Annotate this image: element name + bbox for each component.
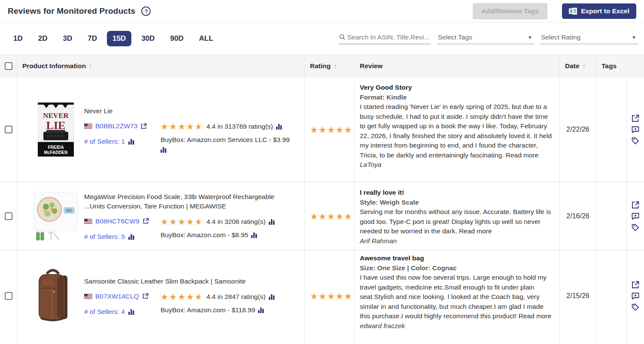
svg-text:NEVER: NEVER [43, 112, 69, 120]
tag-icon[interactable] [631, 136, 640, 145]
chevron-down-icon: ▼ [632, 35, 636, 40]
product-image-scale[interactable]: 085 [32, 191, 80, 241]
ai-comment-icon[interactable] [631, 291, 640, 301]
product-title: MegaWise Precision Food Scale, 33lb Wate… [84, 192, 283, 211]
bar-chart-icon[interactable] [251, 232, 258, 238]
select-rating-dropdown[interactable]: Select Rating ▼ [540, 32, 638, 44]
product-star-rating: ★★★★★☆ [161, 122, 204, 131]
rating-count-text: 4.4 in 3206 rating(s) [207, 218, 266, 226]
open-external-icon[interactable] [631, 280, 640, 290]
column-header-tags[interactable]: Tags [596, 55, 627, 77]
review-title: Very Good Story [360, 83, 553, 93]
bar-chart-icon[interactable] [161, 147, 167, 153]
tab-7d[interactable]: 7D [82, 31, 103, 46]
product-info-cell: Samsonite Classic Leather Slim Backpack … [17, 248, 305, 344]
column-header-rating-label: Rating [310, 62, 331, 70]
ai-comment-icon[interactable] [631, 211, 640, 221]
row-checkbox[interactable] [5, 126, 12, 133]
product-info-cell: NEVER LIE FREIDA McFADDEN Never Lie [17, 77, 305, 182]
product-image-backpack[interactable] [32, 266, 80, 326]
rating-count-text: 4.4 in 313769 rating(s) [207, 123, 273, 130]
export-to-excel-button[interactable]: X Export to Excel [562, 3, 636, 19]
row-checkbox[interactable] [5, 212, 12, 220]
buybox-text: BuyBox: Amazon.com Services LLC - $3.99 [161, 136, 290, 144]
sellers-link[interactable]: # of Sellers: 1 [84, 138, 125, 145]
tab-all[interactable]: ALL [194, 31, 219, 46]
svg-text:X: X [570, 9, 573, 14]
table-header: Product Information ↑ Rating ↑ Review Da… [0, 54, 644, 77]
review-date: 2/16/26 [560, 182, 596, 250]
review-author: LaToya [360, 160, 553, 170]
tags-cell [596, 77, 627, 182]
export-to-excel-label: Export to Excel [581, 7, 629, 15]
open-external-icon[interactable] [631, 200, 640, 210]
select-tags-dropdown[interactable]: Select Tags ▼ [437, 32, 534, 44]
tag-icon[interactable] [631, 302, 640, 312]
row-actions [627, 248, 644, 344]
tags-cell [596, 248, 627, 344]
help-icon[interactable]: ? [141, 6, 151, 16]
product-info-cell: 085 MegaWise Precision Food Scale, 33lb … [17, 182, 305, 250]
sellers-link[interactable]: # of Sellers: 4 [84, 308, 125, 316]
review-rating-cell: ★★★★★ [305, 77, 355, 182]
review-star-rating: ★★★★★ [310, 125, 352, 134]
ai-comment-icon[interactable] [631, 125, 640, 134]
us-flag-icon [84, 124, 92, 129]
bar-chart-icon[interactable] [269, 219, 275, 225]
page-title: Reviews for Monitored Products [8, 6, 135, 16]
svg-text:FREIDA: FREIDA [48, 145, 64, 150]
review-star-rating: ★★★★★ [310, 292, 352, 301]
search-input[interactable] [347, 33, 430, 41]
tab-90d[interactable]: 90D [164, 31, 189, 46]
excel-icon: X [569, 7, 577, 15]
external-link-icon[interactable] [140, 123, 147, 130]
tab-30d[interactable]: 30D [136, 31, 160, 46]
asin-link[interactable]: B08HCT6CW9 [95, 217, 140, 225]
tab-1d[interactable]: 1D [8, 31, 28, 46]
reviews-page: Reviews for Monitored Products ? Add/Rem… [0, 0, 644, 344]
search-box [338, 32, 431, 44]
column-header-actions [627, 55, 644, 77]
review-title: Awesome travel bag [360, 253, 553, 263]
select-tags-label: Select Tags [438, 33, 472, 41]
column-header-rating[interactable]: Rating ↑ [305, 55, 355, 77]
column-header-product-label: Product Information [22, 62, 86, 70]
select-all-checkbox[interactable] [5, 62, 12, 70]
chevron-down-icon: ▼ [528, 35, 532, 40]
filter-bar: 1D 2D 3D 7D 15D 30D 90D ALL Select Tags … [0, 23, 644, 54]
row-actions [627, 182, 644, 250]
asin-link[interactable]: B07XW14CLQ [95, 293, 139, 300]
external-link-icon[interactable] [143, 218, 149, 224]
product-title: Never Lie [84, 106, 297, 116]
column-header-product[interactable]: Product Information ↑ [17, 55, 305, 77]
tag-icon[interactable] [631, 223, 640, 232]
tab-15d-active[interactable]: 15D [107, 31, 131, 46]
add-remove-tags-button[interactable]: Add/Remove Tags [473, 3, 547, 19]
column-header-review-label: Review [360, 62, 383, 70]
bar-chart-icon[interactable] [269, 294, 275, 300]
bar-chart-icon[interactable] [128, 309, 135, 315]
tab-3d[interactable]: 3D [57, 31, 78, 46]
external-link-icon[interactable] [142, 293, 149, 299]
buybox-text: BuyBox: Amazon.com - $118.99 [161, 306, 255, 314]
sort-asc-icon: ↑ [89, 62, 92, 69]
buybox-text: BuyBox: Amazon.com - $8.95 [161, 231, 248, 239]
row-checkbox[interactable] [5, 292, 12, 300]
bar-chart-icon[interactable] [128, 139, 135, 145]
column-header-review[interactable]: Review [355, 55, 560, 77]
column-header-date[interactable]: Date ↑ [560, 55, 596, 77]
tab-2d[interactable]: 2D [33, 31, 53, 46]
product-title: Samsonite Classic Leather Slim Backpack … [84, 277, 297, 286]
bar-chart-icon[interactable] [276, 124, 283, 130]
review-date: 2/22/26 [560, 77, 596, 182]
review-body: I have used this now foe several trips. … [360, 273, 553, 321]
us-flag-icon [84, 294, 92, 299]
date-range-tabs: 1D 2D 3D 7D 15D 30D 90D ALL [8, 31, 219, 46]
sellers-link[interactable]: # of Sellers: 5 [84, 233, 125, 241]
open-external-icon[interactable] [631, 114, 640, 123]
bar-chart-icon[interactable] [128, 234, 135, 240]
bar-chart-icon[interactable] [258, 307, 264, 313]
product-image-book[interactable]: NEVER LIE FREIDA McFADDEN [32, 103, 80, 157]
review-body: Serving me for months without any issue.… [360, 207, 553, 236]
asin-link[interactable]: B0BBL2ZW73 [95, 122, 137, 130]
